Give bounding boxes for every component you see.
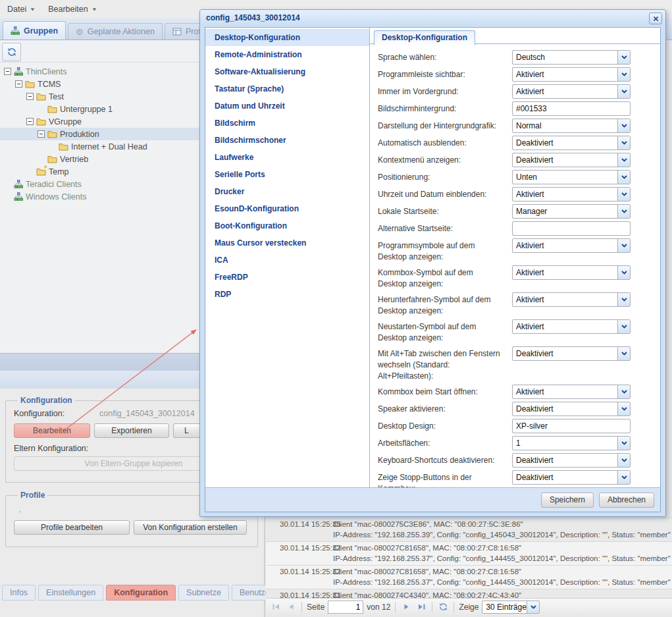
tree-item-label: Teradici Clients (26, 180, 82, 189)
select-automatisch-ausblenden[interactable]: Deaktiviert (512, 136, 631, 150)
select-immer-im-vordergrund[interactable]: Aktiviert (512, 84, 631, 99)
select-trigger[interactable] (617, 85, 630, 98)
select-trigger[interactable] (617, 51, 630, 64)
select-trigger[interactable] (617, 153, 630, 167)
form-row: Automatisch ausblenden:Deaktiviert (378, 136, 654, 150)
close-button[interactable] (649, 13, 662, 24)
tab-einstellungen[interactable]: Einstellungen (38, 585, 103, 601)
tab-subnetze[interactable]: Subnetze (178, 585, 229, 601)
chevron-down-icon (30, 8, 35, 11)
dialog-titlebar[interactable]: config_145043_30012014 (200, 10, 665, 26)
select-positionierung[interactable]: Unten (512, 170, 631, 184)
input-alternative-startseite[interactable] (512, 221, 631, 236)
save-button[interactable]: Speichern (541, 493, 594, 508)
log-row[interactable]: 30.01.14 15:25:35Client "mac-0800275C3E8… (266, 518, 672, 541)
select-neustarten-symbol-auf-dem-desktop-anzeigen[interactable]: Aktiviert (512, 319, 631, 334)
collapse-icon[interactable] (26, 118, 35, 125)
form-row: Sprache wählen:Deutsch (378, 50, 654, 65)
select-trigger[interactable] (617, 347, 630, 360)
select-mit-alt-tab-zwischen-den-fenstern-wechseln-standard-alt-pfeiltasten[interactable]: Deaktiviert (512, 346, 631, 361)
tab-konfiguration[interactable]: Konfiguration (106, 585, 176, 601)
next-page-button[interactable] (400, 601, 412, 613)
cancel-button[interactable]: Abbrechen (599, 493, 654, 508)
select-trigger[interactable] (617, 320, 630, 333)
menu-bearbeiten[interactable]: Bearbeiten (42, 2, 102, 16)
select-trigger[interactable] (617, 454, 630, 467)
nav-item-drucker[interactable]: Drucker (205, 183, 369, 200)
tab-infos[interactable]: Infos (2, 585, 36, 601)
select-kommbox-beim-start-ffnen[interactable]: Aktiviert (512, 385, 631, 399)
collapse-icon[interactable] (38, 130, 46, 138)
select-trigger[interactable] (617, 266, 630, 279)
collapse-icon[interactable] (26, 93, 35, 100)
last-page-button[interactable] (415, 601, 427, 613)
nav-item-rdp[interactable]: RDP (205, 286, 369, 303)
select-kommbox-symbol-auf-dem-desktop-anzeigen[interactable]: Aktiviert (512, 265, 631, 280)
input-bildschirmhintergrund[interactable] (512, 101, 631, 116)
menu-datei[interactable]: Datei (1, 2, 41, 16)
folder-icon (59, 142, 68, 151)
select-trigger[interactable] (617, 239, 630, 252)
select-arbeitsfl-chen[interactable]: 1 (512, 436, 631, 450)
input-desktop-design[interactable] (512, 419, 631, 433)
org-chart-icon (14, 192, 23, 201)
nav-item-datum-und-uhrzeit[interactable]: Datum und Uhrzeit (205, 97, 369, 115)
form-row: Darstellung der Hintergrundgrafik:Normal (378, 119, 654, 133)
select-herunterfahren-symbol-auf-dem-desktop-anzeigen[interactable]: Aktiviert (512, 292, 631, 307)
select-trigger[interactable] (617, 171, 630, 184)
tab-gruppen[interactable]: Gruppen (3, 21, 66, 40)
refresh-log-button[interactable] (437, 601, 449, 613)
log-row[interactable]: 30.01.14 15:25:32Client "mac-080027C8165… (266, 541, 672, 565)
select-sprache-w-hlen[interactable]: Deutsch (512, 50, 631, 65)
nav-item-bildschirmschoner[interactable]: Bildschirmschoner (205, 132, 369, 149)
select-trigger[interactable] (617, 119, 630, 132)
first-page-button[interactable] (270, 601, 282, 613)
page-size-select[interactable]: 30 Einträge (482, 601, 540, 614)
tab-desktop-konfiguration[interactable]: Desktop-Konfiguration (374, 30, 475, 45)
select-speaker-aktivieren[interactable]: Deaktiviert (512, 402, 631, 416)
page-input[interactable] (328, 601, 363, 614)
tab-geplante-aktionen[interactable]: ⚙ Geplante Aktionen (68, 23, 163, 40)
exportieren-button[interactable]: Exportieren (94, 423, 169, 438)
nav-item-remote-administration[interactable]: Remote-Administration (205, 46, 369, 63)
select-zeige-stopp-buttons-in-der-kommbox[interactable]: Deaktiviert (512, 470, 631, 485)
select-uhrzeit-und-datum-einblenden[interactable]: Aktiviert (512, 187, 631, 201)
nav-item-bildschirm[interactable]: Bildschirm (205, 115, 369, 132)
nav-item-boot-konfiguration[interactable]: Boot-Konfiguration (205, 217, 369, 234)
nav-item-tastatur-sprache[interactable]: Tastatur (Sprache) (205, 80, 369, 97)
log-row[interactable]: 30.01.14 15:25:32Client "mac-080027C8165… (266, 565, 672, 589)
collapse-icon[interactable] (4, 68, 13, 75)
nav-item-ica[interactable]: ICA (205, 252, 369, 269)
select-programmleiste-sichtbar[interactable]: Aktiviert (512, 67, 631, 82)
select-trigger[interactable] (617, 471, 630, 484)
von-konfiguration-erstellen-button[interactable]: Von Konfiguration erstellen (134, 520, 247, 535)
select-trigger[interactable] (617, 293, 630, 306)
select-trigger[interactable] (527, 601, 539, 613)
select-darstellung-der-hintergrundgrafik[interactable]: Normal (512, 119, 631, 133)
collapse-icon[interactable] (15, 80, 24, 88)
select-lokale-startseite[interactable]: Manager (512, 204, 631, 219)
select-trigger[interactable] (617, 385, 630, 398)
refresh-button[interactable] (2, 43, 21, 61)
field-label: Immer im Vordergrund: (378, 84, 512, 97)
select-kontextmen-anzeigen[interactable]: Deaktiviert (512, 153, 631, 167)
nav-item-esound-konfiguration[interactable]: EsounD-Konfiguration (205, 200, 369, 217)
nav-item-desktop-konfiguration[interactable]: Desktop-Konfiguration (205, 29, 369, 46)
profile-bearbeiten-button[interactable]: Profile bearbeiten (14, 520, 130, 535)
select-trigger[interactable] (617, 437, 630, 450)
nav-item-serielle-ports[interactable]: Serielle Ports (205, 166, 369, 183)
select-keyboard-shortcuts-deaktivieren[interactable]: Deaktiviert (512, 453, 631, 468)
last-page-icon (418, 604, 425, 610)
select-trigger[interactable] (617, 205, 630, 218)
select-trigger[interactable] (617, 68, 630, 81)
previous-page-button[interactable] (285, 601, 297, 613)
nav-item-freerdp[interactable]: FreeRDP (205, 269, 369, 286)
nav-item-maus-cursor-verstecken[interactable]: Maus Cursor verstecken (205, 234, 369, 252)
select-programmsymbole-auf-dem-desktop-anzeigen[interactable]: Aktiviert (512, 238, 631, 253)
nav-item-laufwerke[interactable]: Laufwerke (205, 149, 369, 166)
nav-item-software-aktualisierung[interactable]: Software-Aktualisierung (205, 63, 369, 80)
select-trigger[interactable] (617, 188, 630, 201)
bearbeiten-button[interactable]: Bearbeiten (14, 423, 90, 438)
select-trigger[interactable] (617, 402, 630, 416)
select-trigger[interactable] (617, 136, 630, 149)
